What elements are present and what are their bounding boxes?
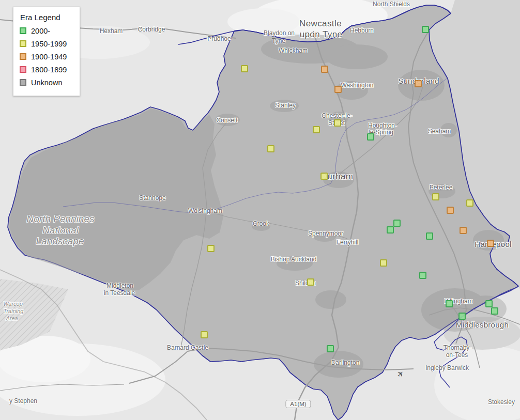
era-marker[interactable] (313, 126, 320, 133)
legend-label: 1800-1899 (31, 66, 67, 74)
era-marker[interactable] (466, 199, 473, 207)
label-north-shields: North Shields (373, 1, 410, 8)
legend-row: 1800-1899 (20, 65, 80, 74)
legend-label: 1900-1949 (31, 53, 67, 61)
era-marker[interactable] (432, 193, 439, 200)
era-marker[interactable] (487, 240, 494, 247)
era-marker[interactable] (422, 26, 429, 33)
label-washington: Washington (341, 82, 374, 89)
legend-title: Era Legend (20, 13, 80, 22)
legend-swatch-icon (20, 66, 26, 73)
era-marker[interactable] (460, 227, 467, 234)
era-marker[interactable] (491, 307, 498, 315)
era-marker[interactable] (307, 278, 314, 286)
era-marker[interactable] (320, 173, 328, 180)
legend-row: Unknown (20, 77, 80, 87)
era-marker[interactable] (447, 207, 454, 214)
era-marker[interactable] (241, 65, 248, 72)
era-marker[interactable] (387, 226, 394, 234)
label-darlington: Darlington (331, 359, 360, 366)
label-in-teesdale: in Teesdale (104, 289, 135, 297)
era-marker[interactable] (267, 145, 274, 152)
label-seaham: Seaham (428, 128, 451, 135)
legend-row: 2000- (20, 26, 80, 36)
label-warcop: Warcop (3, 301, 23, 307)
era-marker[interactable] (334, 86, 342, 93)
era-marker[interactable] (321, 66, 328, 73)
era-marker[interactable] (207, 245, 215, 252)
legend-swatch-icon (20, 53, 26, 60)
legend-swatch-icon (20, 79, 26, 86)
label-stanley: Stanley (275, 102, 296, 109)
era-marker[interactable] (201, 331, 208, 338)
label-wolsingham: Wolsingham (188, 207, 222, 214)
label-newcastle: Newcastle (299, 19, 342, 29)
label-middlesbrough: Middlesbrough (456, 320, 509, 329)
era-marker[interactable] (327, 345, 334, 352)
label-spennymoor: Spennymoor (308, 230, 343, 237)
era-marker[interactable] (485, 300, 493, 307)
label-hebburn: Hebburn (350, 27, 374, 34)
label-area: Area (6, 315, 18, 321)
label-whickham: Whickham (279, 47, 308, 54)
label-hexham: Hexham (100, 27, 123, 35)
label-chester-le: Chester-le- (322, 112, 352, 119)
label-middleton: Middleton (106, 282, 133, 289)
label-thornaby: Thornaby- (443, 344, 472, 351)
label-prudhoe: Prudhoe (207, 35, 231, 42)
label-ferryhill: Ferryhill (337, 239, 359, 246)
era-marker[interactable] (367, 133, 374, 141)
legend-label: Unknown (31, 79, 62, 87)
label-stanhope: Stanhope (139, 194, 165, 201)
legend-items: 2000-1950-19991900-19491800-1899Unknown (20, 26, 80, 87)
label-tyne: Tyne (272, 37, 285, 44)
label-bishop-auckland: Bishop Auckland (271, 256, 317, 263)
label-crook: Crook (253, 220, 269, 227)
label-ingleby-barwick: Ingleby Barwick (425, 364, 469, 371)
era-marker[interactable] (446, 300, 453, 307)
era-marker[interactable] (419, 272, 426, 279)
legend-swatch-icon (20, 40, 26, 47)
era-marker[interactable] (334, 119, 341, 127)
era-legend-panel: Era Legend 2000-1950-19991900-19491800-1… (13, 7, 80, 96)
label-peterlee: Peterlee (430, 184, 453, 191)
era-marker[interactable] (415, 80, 422, 87)
label-corbridge: Corbridge (138, 26, 165, 33)
label-y-stephen: y Stephen (9, 397, 37, 405)
label-landscape: Landscape (36, 236, 84, 247)
label-stokesley: Stokesley (488, 398, 515, 406)
legend-swatch-icon (20, 27, 26, 34)
legend-row: 1900-1949 (20, 52, 80, 61)
era-marker[interactable] (426, 232, 433, 240)
map-canvas[interactable]: HexhamCorbridgePrudhoeNorth ShieldsNewca… (0, 0, 520, 420)
legend-label: 1950-1999 (31, 40, 67, 48)
label-barnard-castle: Barnard Castle (167, 344, 208, 351)
label-upon-tyne: upon Tyne (300, 29, 343, 40)
era-marker[interactable] (393, 220, 401, 227)
label-consett: Consett (216, 117, 237, 124)
label-a1-m: A1(M) (285, 400, 311, 408)
label-houghton: Houghton- (368, 122, 397, 129)
era-marker[interactable] (380, 259, 387, 267)
label-blaydon-on: Blaydon on (264, 29, 295, 37)
label-training: Training (4, 308, 24, 314)
era-marker[interactable] (458, 313, 466, 320)
legend-row: 1950-1999 (20, 39, 80, 49)
label-on-tees: on-Tees (446, 351, 468, 359)
label-north-pennines: North Pennines (27, 213, 95, 225)
label-national: National (42, 225, 79, 236)
legend-label: 2000- (31, 27, 50, 35)
